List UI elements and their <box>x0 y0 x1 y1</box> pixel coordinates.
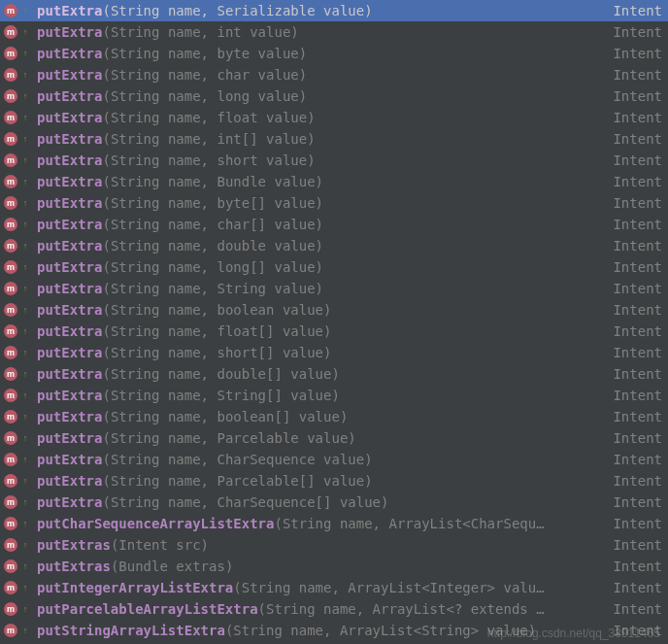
return-type: Intent <box>613 537 662 553</box>
method-prefix: put <box>37 3 61 18</box>
method-prefix: put <box>37 174 61 189</box>
method-match: Extra <box>61 195 102 211</box>
completion-item[interactable]: m↑putExtra(String name, short[] value)In… <box>0 342 668 363</box>
method-prefix: put <box>37 88 61 104</box>
method-match: Extra <box>61 409 102 424</box>
completion-item[interactable]: m↑putExtra(String name, Parcelable[] val… <box>0 470 668 491</box>
inherited-icon: ↑ <box>19 262 31 272</box>
completion-item[interactable]: m↑putExtra(String name, float value)Inte… <box>0 107 668 128</box>
completion-item[interactable]: m↑putExtras(Intent src)Intent <box>0 534 668 556</box>
method-prefix: put <box>37 559 61 574</box>
completion-item[interactable]: m↑putExtra(String name, double[] value)I… <box>0 363 668 385</box>
return-type: Intent <box>613 409 662 424</box>
completion-item[interactable]: m↑putExtras(Bundle extras)Intent <box>0 556 668 577</box>
completion-item[interactable]: m↑putExtra(String name, String value)Int… <box>0 278 668 299</box>
inherited-icon: ↑ <box>19 91 31 101</box>
method-match: Extra <box>61 302 102 318</box>
method-params: (String name, byte[] value) <box>102 195 323 211</box>
return-type: Intent <box>613 174 662 189</box>
method-prefix: put <box>37 345 61 360</box>
completion-item[interactable]: m↑putIntegerArrayListExtra(String name, … <box>0 577 668 598</box>
method-params: (String name, CharSequence value) <box>102 452 372 467</box>
method-prefix: put <box>37 195 61 211</box>
method-match: Extra <box>61 67 102 83</box>
method-params: (Bundle extras) <box>111 559 233 574</box>
method-signature: putExtra(String name, int[] value) <box>37 131 316 147</box>
inherited-icon: ↑ <box>19 497 31 507</box>
method-signature: putExtra(String name, Parcelable value) <box>37 430 356 446</box>
method-match: Extra <box>61 323 102 339</box>
inherited-icon: ↑ <box>19 220 31 229</box>
method-prefix: put <box>37 580 61 595</box>
method-prefix: put <box>37 153 61 168</box>
method-icon: m <box>4 282 17 295</box>
method-match: Extras <box>61 537 111 553</box>
completion-item[interactable]: m↑putStringArrayListExtra(String name, A… <box>0 620 668 641</box>
completion-item[interactable]: m↑putExtra(String name, String[] value)I… <box>0 385 668 406</box>
inherited-icon: ↑ <box>19 305 31 315</box>
inherited-icon: ↑ <box>19 49 31 58</box>
completion-item[interactable]: m↑putExtra(String name, long value)Inten… <box>0 85 668 107</box>
return-type: Intent <box>613 195 662 211</box>
return-type: Intent <box>613 323 662 339</box>
completion-item[interactable]: m↑putExtra(String name, float[] value)In… <box>0 321 668 342</box>
method-icon: m <box>4 346 17 359</box>
method-match: Extra <box>61 24 102 40</box>
method-icon: m <box>4 218 17 231</box>
method-params: (String name, short[] value) <box>102 345 331 360</box>
completion-item[interactable]: m↑putExtra(String name, char[] value)Int… <box>0 214 668 235</box>
completion-item[interactable]: m↑putExtra(String name, CharSequence[] v… <box>0 491 668 513</box>
method-icon: m <box>4 175 17 188</box>
return-type: Intent <box>613 345 662 360</box>
method-signature: putExtras(Bundle extras) <box>37 559 233 574</box>
completion-item[interactable]: m↑putExtra(String name, char value)Inten… <box>0 64 668 85</box>
completion-item[interactable]: m↑putExtra(String name, CharSequence val… <box>0 449 668 470</box>
method-prefix: put <box>37 323 61 339</box>
method-params: (String name, ArrayList<? extends … <box>258 601 545 617</box>
return-type: Intent <box>613 580 662 595</box>
method-params: (String name, byte value) <box>102 46 307 61</box>
method-signature: putExtra(String name, String[] value) <box>37 388 340 403</box>
method-signature: putExtra(String name, double value) <box>37 238 323 254</box>
completion-item[interactable]: m↑putExtra(String name, Bundle value)Int… <box>0 171 668 192</box>
method-prefix: put <box>37 430 61 446</box>
completion-item[interactable]: m↑putExtra(String name, double value)Int… <box>0 235 668 256</box>
inherited-icon: ↑ <box>19 177 31 186</box>
method-prefix: put <box>37 131 61 147</box>
return-type: Intent <box>613 67 662 83</box>
method-match: Extra <box>61 430 102 446</box>
completion-item[interactable]: m↑putExtra(String name, short value)Inte… <box>0 150 668 171</box>
completion-item[interactable]: m↑putExtra(String name, Serializable val… <box>0 0 668 21</box>
completion-item[interactable]: m↑putExtra(String name, int value)Intent <box>0 21 668 43</box>
method-match: Extra <box>61 110 102 125</box>
completion-item[interactable]: m↑putExtra(String name, boolean[] value)… <box>0 406 668 427</box>
completion-item[interactable]: m↑putExtra(String name, boolean value)In… <box>0 299 668 321</box>
method-signature: putExtra(String name, long[] value) <box>37 259 323 275</box>
method-icon: m <box>4 581 17 594</box>
method-icon: m <box>4 453 17 466</box>
completion-item[interactable]: m↑putExtra(String name, long[] value)Int… <box>0 256 668 278</box>
method-signature: putExtra(String name, long value) <box>37 88 307 104</box>
completion-item[interactable]: m↑putExtra(String name, Parcelable value… <box>0 427 668 449</box>
method-icon: m <box>4 260 17 274</box>
completion-item[interactable]: m↑putExtra(String name, int[] value)Inte… <box>0 128 668 150</box>
return-type: Intent <box>613 559 662 574</box>
inherited-icon: ↑ <box>19 476 31 486</box>
completion-item[interactable]: m↑putExtra(String name, byte value)Inten… <box>0 43 668 64</box>
return-type: Intent <box>613 623 662 638</box>
completion-item[interactable]: m↑putExtra(String name, byte[] value)Int… <box>0 192 668 214</box>
inherited-icon: ↑ <box>19 284 31 293</box>
method-icon: m <box>4 47 17 60</box>
completion-item[interactable]: m↑putCharSequenceArrayListExtra(String n… <box>0 513 668 534</box>
inherited-icon: ↑ <box>19 27 31 37</box>
method-params: (String name, String[] value) <box>102 388 339 403</box>
method-signature: putExtra(String name, char[] value) <box>37 217 323 232</box>
completion-item[interactable]: m↑putParcelableArrayListExtra(String nam… <box>0 598 668 620</box>
method-prefix: put <box>37 302 61 318</box>
method-prefix: put <box>37 24 61 40</box>
inherited-icon: ↑ <box>19 155 31 165</box>
inherited-icon: ↑ <box>19 583 31 593</box>
return-type: Intent <box>613 153 662 168</box>
method-icon: m <box>4 239 17 253</box>
inherited-icon: ↑ <box>19 561 31 571</box>
